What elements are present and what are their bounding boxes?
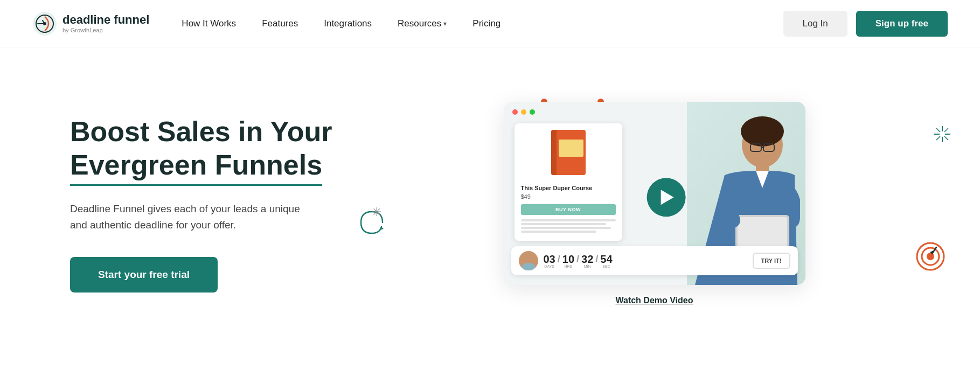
svg-point-15 bbox=[741, 116, 784, 147]
course-title: This Super Duper Course bbox=[521, 185, 616, 191]
nav-resources[interactable]: Resources ▾ bbox=[398, 18, 447, 29]
countdown-seconds: 54 sec bbox=[600, 254, 612, 268]
try-it-button[interactable]: TRY IT! bbox=[753, 253, 790, 269]
nav-features[interactable]: Features bbox=[262, 18, 298, 29]
login-button[interactable]: Log In bbox=[783, 11, 847, 37]
hero-section: Boost Sales in Your Evergreen Funnels De… bbox=[0, 47, 980, 360]
watch-demo-link[interactable]: Watch Demo Video bbox=[615, 296, 693, 305]
countdown-minutes: 32 min bbox=[581, 254, 593, 268]
decorative-swirl bbox=[356, 206, 388, 241]
browser-dot-red bbox=[512, 109, 518, 115]
hero-title: Boost Sales in Your Evergreen Funnels bbox=[70, 115, 350, 186]
countdown-units: 03 days / 10 hrs / 32 min / 54 bbox=[544, 254, 747, 268]
countdown-sep-3: / bbox=[595, 254, 598, 265]
logo-sub: by GrowthLeap bbox=[62, 27, 149, 33]
browser-dots bbox=[512, 109, 535, 115]
nav-integrations[interactable]: Integrations bbox=[324, 18, 372, 29]
decorative-target bbox=[916, 242, 945, 273]
browser-dot-green bbox=[530, 109, 535, 115]
svg-line-10 bbox=[936, 128, 940, 132]
hero-description: Deadline Funnel gives each of your leads… bbox=[70, 201, 302, 234]
svg-rect-21 bbox=[738, 217, 787, 246]
logo[interactable]: deadline funnel by GrowthLeap bbox=[32, 11, 149, 36]
nav-how-it-works[interactable]: How It Works bbox=[182, 18, 236, 29]
browser-dot-yellow bbox=[521, 109, 526, 115]
nav-actions: Log In Sign up free bbox=[783, 11, 948, 37]
nav-links: How It Works Features Integrations Resou… bbox=[182, 18, 783, 29]
start-trial-button[interactable]: Start your free trial bbox=[70, 257, 218, 293]
hero-content: Boost Sales in Your Evergreen Funnels De… bbox=[70, 115, 350, 293]
countdown-hours: 10 hrs bbox=[562, 254, 574, 268]
svg-marker-29 bbox=[379, 227, 384, 230]
countdown-days: 03 days bbox=[544, 254, 555, 268]
hero-demo-visual: This Super Duper Course $49 BUY NOW bbox=[504, 102, 805, 285]
chevron-down-icon: ▾ bbox=[443, 20, 447, 27]
svg-point-26 bbox=[927, 253, 934, 260]
hero-visual-area: This Super Duper Course $49 BUY NOW bbox=[383, 102, 926, 305]
countdown-avatar bbox=[519, 251, 538, 270]
navigation: deadline funnel by GrowthLeap How It Wor… bbox=[0, 0, 980, 47]
play-icon bbox=[661, 190, 673, 205]
svg-point-23 bbox=[524, 253, 533, 263]
countdown-sep-1: / bbox=[558, 254, 560, 265]
play-button[interactable] bbox=[647, 178, 685, 217]
course-book-icon bbox=[551, 130, 586, 175]
countdown-bar: 03 days / 10 hrs / 32 min / 54 bbox=[511, 246, 798, 275]
svg-line-13 bbox=[936, 136, 940, 140]
nav-pricing[interactable]: Pricing bbox=[472, 18, 501, 29]
svg-point-2 bbox=[43, 22, 46, 25]
signup-button[interactable]: Sign up free bbox=[856, 11, 948, 37]
logo-name: deadline funnel bbox=[62, 13, 149, 26]
course-card: This Super Duper Course $49 BUY NOW bbox=[515, 123, 622, 241]
countdown-sep-2: / bbox=[576, 254, 579, 265]
svg-line-12 bbox=[944, 128, 948, 132]
lorem-placeholder bbox=[521, 219, 616, 233]
decorative-sparkle bbox=[932, 123, 953, 147]
buy-now-button[interactable]: BUY NOW bbox=[521, 204, 616, 215]
svg-line-11 bbox=[944, 136, 948, 140]
course-price: $49 bbox=[521, 193, 616, 200]
